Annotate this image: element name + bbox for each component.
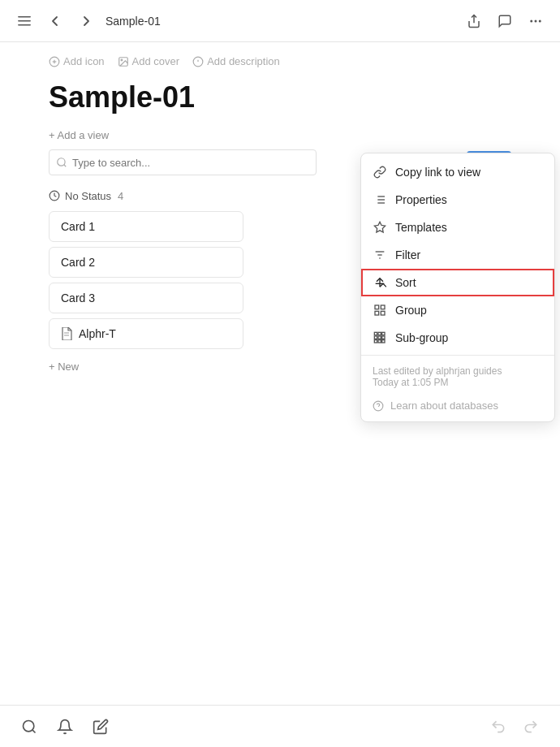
properties-label: Properties: [395, 193, 447, 206]
group-icon: [373, 303, 387, 317]
bottom-undo-icon[interactable]: [489, 717, 508, 736]
sort-label: Sort: [395, 276, 416, 289]
subgroup-icon: [373, 330, 387, 345]
bottom-bell-icon[interactable]: [55, 717, 75, 736]
comment-icon[interactable]: [493, 10, 516, 32]
dropdown-group[interactable]: Group: [361, 296, 554, 324]
card-3-label: Card 3: [61, 291, 95, 304]
board-status-count: 4: [118, 190, 123, 202]
board-status-label: No Status: [65, 190, 111, 202]
card-1[interactable]: Card 1: [49, 211, 243, 242]
forward-icon[interactable]: [75, 10, 97, 32]
copy-link-label: Copy link to view: [395, 166, 480, 179]
templates-icon: [373, 220, 387, 235]
svg-rect-43: [382, 340, 385, 343]
svg-rect-0: [18, 16, 31, 18]
card-2-label: Card 2: [61, 256, 95, 269]
svg-rect-31: [375, 305, 379, 309]
page-heading: Sample-01: [49, 80, 511, 114]
link-icon: [373, 165, 387, 179]
add-view-label: + Add a view: [49, 129, 109, 141]
bottom-bar-right: [489, 717, 541, 736]
svg-rect-1: [18, 20, 31, 22]
svg-rect-32: [381, 305, 385, 309]
svg-point-6: [539, 19, 541, 22]
search-input[interactable]: [49, 149, 317, 175]
card-alphr[interactable]: Alphr-T: [49, 318, 243, 349]
help-icon: [373, 400, 384, 412]
dropdown-divider: [361, 355, 554, 356]
svg-rect-35: [374, 332, 377, 335]
add-icon-button[interactable]: Add icon: [49, 55, 105, 67]
svg-point-11: [121, 59, 123, 61]
last-edited-time: Today at 1:05 PM: [373, 377, 543, 388]
add-description-button[interactable]: Add description: [192, 55, 280, 67]
subgroup-label: Sub-group: [395, 331, 448, 344]
svg-rect-33: [375, 311, 379, 315]
properties-icon: [373, 192, 387, 207]
top-bar: Sample-01: [0, 0, 560, 42]
svg-rect-37: [382, 332, 385, 335]
meta-actions: Add icon Add cover Add description: [49, 55, 511, 67]
svg-rect-41: [374, 340, 377, 343]
svg-rect-42: [378, 340, 381, 343]
templates-label: Templates: [395, 221, 447, 234]
filter-label: Filter: [395, 248, 420, 261]
svg-rect-34: [381, 311, 385, 315]
add-description-label: Add description: [207, 55, 280, 67]
card-2[interactable]: Card 2: [49, 247, 243, 278]
dropdown-sort[interactable]: Sort: [361, 269, 554, 296]
bottom-bar-left: [19, 717, 110, 736]
top-bar-right: [463, 10, 547, 32]
svg-point-4: [530, 19, 532, 22]
dropdown-help-button[interactable]: Learn about databases: [361, 395, 554, 417]
share-icon[interactable]: [463, 10, 485, 32]
board-status-group: No Status 4: [49, 190, 123, 202]
card-1-label: Card 1: [61, 220, 95, 233]
dropdown-filter[interactable]: Filter: [361, 241, 554, 269]
dropdown-subgroup[interactable]: Sub-group: [361, 324, 554, 352]
dropdown-properties[interactable]: Properties: [361, 186, 554, 214]
svg-rect-38: [374, 336, 377, 339]
last-edited-label: Last edited by alphrjan guides: [373, 365, 543, 377]
svg-point-5: [535, 19, 537, 22]
more-options-icon[interactable]: [524, 10, 547, 32]
bottom-edit-icon[interactable]: [91, 717, 110, 736]
status-icon: [49, 190, 60, 201]
bottom-search-icon[interactable]: [19, 717, 39, 736]
bottom-bar: [0, 705, 560, 747]
svg-rect-39: [378, 336, 381, 339]
add-cover-button[interactable]: Add cover: [118, 55, 180, 67]
dropdown-menu: Copy link to view Properties Templates F…: [360, 153, 555, 422]
svg-rect-40: [382, 336, 385, 339]
document-icon: [61, 327, 72, 340]
help-label: Learn about databases: [390, 399, 498, 412]
svg-point-46: [24, 720, 34, 731]
filter-icon: [373, 248, 387, 262]
bottom-redo-icon[interactable]: [521, 717, 541, 736]
top-bar-left: Sample-01: [13, 10, 161, 32]
add-new-bottom-label: + New: [49, 361, 79, 373]
add-icon-label: Add icon: [63, 55, 105, 67]
group-label: Group: [395, 304, 427, 317]
page-title-nav: Sample-01: [106, 15, 161, 28]
back-icon[interactable]: [44, 10, 67, 32]
add-view-button[interactable]: + Add a view: [49, 129, 511, 141]
svg-marker-24: [374, 222, 385, 232]
svg-rect-36: [378, 332, 381, 335]
dropdown-meta-text: Last edited by alphrjan guides Today at …: [361, 359, 554, 395]
svg-rect-2: [18, 24, 31, 26]
hamburger-menu-icon[interactable]: [13, 10, 36, 32]
dropdown-copy-link[interactable]: Copy link to view: [361, 158, 554, 186]
sort-icon: [373, 275, 387, 290]
card-3[interactable]: Card 3: [49, 283, 243, 313]
add-cover-label: Add cover: [132, 55, 180, 67]
dropdown-templates[interactable]: Templates: [361, 214, 554, 241]
card-alphr-label: Alphr-T: [79, 327, 116, 340]
